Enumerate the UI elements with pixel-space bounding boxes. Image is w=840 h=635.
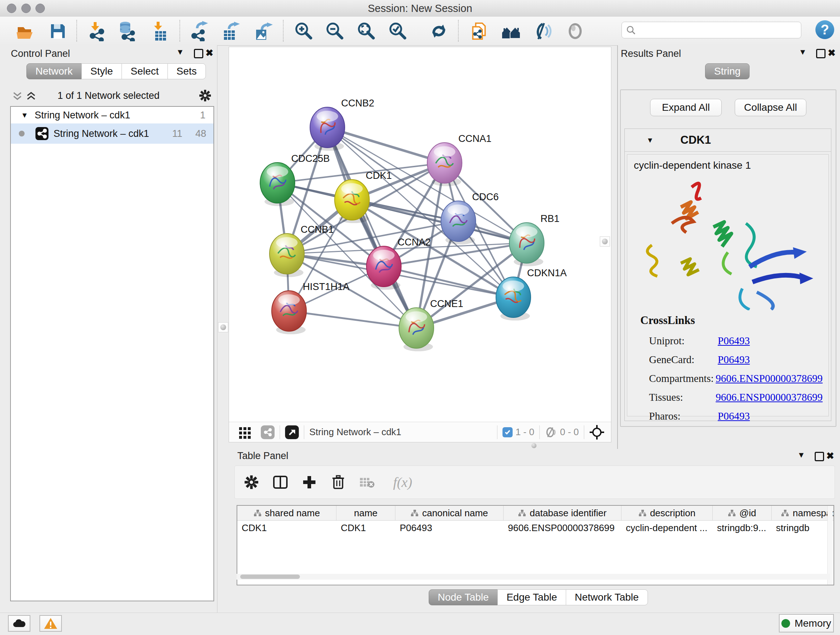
crosslink-link[interactable]: 9606.ENSP00000378699 xyxy=(715,372,823,385)
tab-network[interactable]: Network xyxy=(27,63,82,79)
control-panel-float-icon[interactable] xyxy=(194,49,203,58)
table-cell[interactable]: stringdb:9... xyxy=(713,521,772,535)
expand-all-button[interactable]: Expand All xyxy=(650,99,722,116)
control-panel-close-icon[interactable]: ✖ xyxy=(205,48,213,59)
table-panel-menu-icon[interactable]: ▼ xyxy=(797,450,805,460)
table-cell[interactable]: cyclin-dependent ... xyxy=(622,521,713,535)
node-CDKN1A[interactable]: CDKN1A xyxy=(496,268,567,320)
import-network-file-button[interactable] xyxy=(87,21,108,42)
results-panel-float-icon[interactable] xyxy=(816,49,826,58)
table-settings-button[interactable] xyxy=(243,474,259,490)
detach-view-icon[interactable] xyxy=(285,425,299,439)
node-label-CDC25B: CDC25B xyxy=(291,153,330,164)
show-all-button[interactable] xyxy=(565,21,586,42)
table-cell[interactable]: CDK1 xyxy=(237,521,336,535)
node-HIST1H1A[interactable]: HIST1H1A xyxy=(272,281,349,334)
column-source-icon xyxy=(728,509,736,516)
table-horizontal-scrollbar[interactable] xyxy=(237,574,830,580)
node-CCNB1[interactable]: CCNB1 xyxy=(270,224,334,277)
tab-edge-table[interactable]: Edge Table xyxy=(497,589,566,605)
export-network-button[interactable] xyxy=(189,21,210,42)
zoom-fit-button[interactable] xyxy=(356,21,377,42)
delete-column-button[interactable] xyxy=(330,474,346,490)
table-cell[interactable]: stringdb xyxy=(772,521,834,535)
edge-CCNB2-CCNE1[interactable] xyxy=(327,127,416,328)
table-cell[interactable]: P06493 xyxy=(395,521,504,535)
tab-node-table[interactable]: Node Table xyxy=(429,589,498,605)
protein-section-header[interactable]: ▼ CDK1 xyxy=(625,129,831,152)
birdseye-crosshair-icon[interactable] xyxy=(589,424,605,440)
zoom-out-button[interactable] xyxy=(325,21,346,42)
results-panel-menu-icon[interactable]: ▼ xyxy=(799,48,807,57)
search-input[interactable] xyxy=(639,24,801,36)
crosslink-link[interactable]: P06493 xyxy=(718,410,750,422)
network-options-gear-icon[interactable] xyxy=(199,89,211,102)
column-header-canonical-name[interactable]: canonical name xyxy=(395,506,504,520)
crosslink-link[interactable]: 9606.ENSP00000378699 xyxy=(715,391,823,403)
table-cell[interactable]: CDK1 xyxy=(336,521,395,535)
import-network-database-button[interactable] xyxy=(118,21,139,42)
node-CDC25B[interactable]: CDC25B xyxy=(260,153,330,206)
warnings-button[interactable] xyxy=(39,615,62,632)
right-splitter-handle[interactable] xyxy=(600,236,610,247)
table-cell[interactable]: 9606.ENSP00000378699 xyxy=(504,521,622,535)
select-columns-button[interactable] xyxy=(272,474,288,490)
network-tree-root-row[interactable]: ▼ String Network – cdk1 1 xyxy=(11,107,213,124)
network-tree-child-row[interactable]: String Network – cdk1 11 48 xyxy=(11,124,213,144)
collapse-all-button[interactable]: Collapse All xyxy=(735,99,806,116)
apply-layout-button[interactable] xyxy=(428,21,449,42)
edge-HIST1H1A-CCNE1[interactable] xyxy=(289,311,416,328)
node-RB1[interactable]: RB1 xyxy=(509,213,560,266)
node-CDC6[interactable]: CDC6 xyxy=(441,192,499,244)
crosslink-link[interactable]: P06493 xyxy=(718,354,750,366)
column-header-shared-name[interactable]: shared name xyxy=(237,506,336,520)
tab-sets[interactable]: Sets xyxy=(167,63,206,79)
hide-selected-button[interactable] xyxy=(531,21,553,42)
column-header-description[interactable]: description xyxy=(622,506,713,520)
control-panel-menu-icon[interactable]: ▼ xyxy=(176,48,184,57)
memory-button[interactable]: Memory xyxy=(779,614,834,632)
column-header-database-identifier[interactable]: database identifier xyxy=(504,506,622,520)
left-splitter-handle[interactable] xyxy=(218,322,228,333)
node-CDK1[interactable]: CDK1 xyxy=(335,170,392,223)
table-row[interactable]: CDK1CDK1P064939606.ENSP00000378699cyclin… xyxy=(237,521,834,535)
zoom-in-button[interactable] xyxy=(294,21,314,42)
delete-table-button[interactable] xyxy=(359,474,375,490)
tab-style[interactable]: Style xyxy=(81,63,122,79)
add-column-button[interactable] xyxy=(302,474,317,490)
edge-CCNB2-CCNA1[interactable] xyxy=(327,127,445,163)
table-vertical-scrollbar[interactable] xyxy=(827,506,833,585)
clone-network-button[interactable] xyxy=(469,21,490,42)
cloud-services-button[interactable] xyxy=(8,615,30,632)
save-session-button[interactable] xyxy=(47,21,68,42)
grid-view-icon[interactable] xyxy=(238,426,251,439)
tab-string[interactable]: String xyxy=(705,63,750,79)
crosslink-link[interactable]: P06493 xyxy=(718,335,750,347)
tree-expander-icon[interactable]: ▼ xyxy=(21,111,28,119)
network-canvas[interactable]: CCNB2CCNA1CDC25BCDK1CDC6RB1CCNB1CCNA2CDK… xyxy=(229,47,611,422)
selected-nodes-checkbox[interactable] xyxy=(502,427,513,437)
import-table-button[interactable] xyxy=(150,21,171,42)
help-button[interactable]: ? xyxy=(815,20,834,39)
tab-select[interactable]: Select xyxy=(122,63,168,79)
network-share-view-icon[interactable] xyxy=(261,425,275,439)
toolbar-search[interactable] xyxy=(622,22,801,38)
column-header-id[interactable]: @id xyxy=(713,506,772,520)
export-image-button[interactable] xyxy=(252,21,273,42)
show-home-button[interactable] xyxy=(501,21,522,42)
node-CCNE1[interactable]: CCNE1 xyxy=(399,298,463,351)
export-table-button[interactable] xyxy=(220,21,241,42)
column-header-name[interactable]: name xyxy=(336,506,395,520)
tab-network-table[interactable]: Network Table xyxy=(566,589,648,605)
function-builder-button[interactable]: f(x) xyxy=(388,474,417,490)
table-panel-close-icon[interactable]: ✖ xyxy=(826,450,834,462)
network-view-toolbar: String Network – cdk1 1 - 0 0 - 0 xyxy=(229,422,611,442)
column-header-namespace[interactable]: namespace xyxy=(772,506,834,520)
table-panel-float-icon[interactable] xyxy=(815,452,824,461)
bottom-splitter-handle[interactable] xyxy=(529,443,539,448)
section-expander-icon[interactable]: ▼ xyxy=(646,136,654,144)
results-panel-close-icon[interactable]: ✖ xyxy=(828,48,836,59)
open-file-button[interactable] xyxy=(14,21,35,42)
node-CCNB2[interactable]: CCNB2 xyxy=(310,98,374,150)
zoom-selected-button[interactable] xyxy=(387,21,409,42)
